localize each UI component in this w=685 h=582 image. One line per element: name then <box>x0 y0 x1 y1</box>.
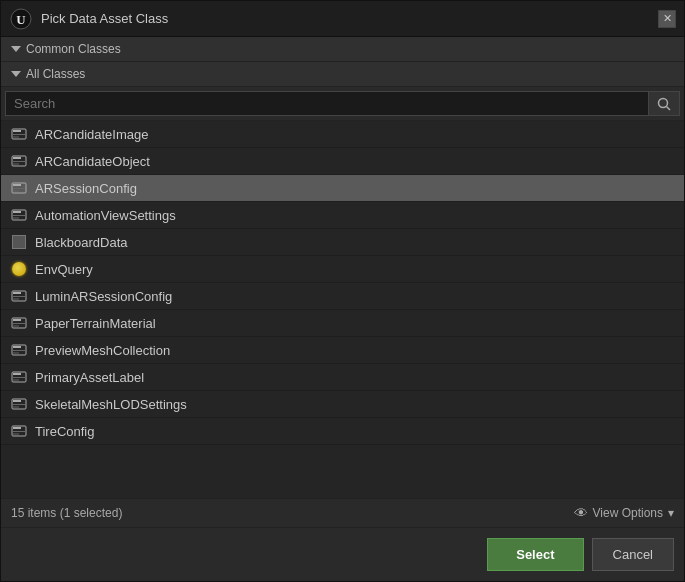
svg-line-3 <box>667 106 671 110</box>
titlebar-title: Pick Data Asset Class <box>41 11 168 26</box>
item-icon-automationviewsettings <box>11 207 27 223</box>
svg-rect-7 <box>13 137 19 138</box>
list-item[interactable]: TireConfig <box>1 418 684 445</box>
all-classes-triangle <box>11 71 21 77</box>
view-options-button[interactable]: 👁 View Options ▾ <box>574 505 674 521</box>
titlebar: U Pick Data Asset Class ✕ <box>1 1 684 37</box>
svg-rect-31 <box>13 353 19 354</box>
svg-rect-30 <box>13 350 25 351</box>
item-icon-arsessionconfig <box>11 180 27 196</box>
list-item[interactable]: ARCandidateObject <box>1 148 684 175</box>
svg-text:U: U <box>16 11 26 26</box>
list-item[interactable]: PrimaryAssetLabel <box>1 364 684 391</box>
svg-rect-5 <box>13 130 21 132</box>
svg-rect-33 <box>13 373 21 375</box>
all-classes-label: All Classes <box>26 67 85 81</box>
item-label-previewmeshcollection: PreviewMeshCollection <box>35 343 170 358</box>
svg-rect-27 <box>13 326 19 327</box>
svg-rect-14 <box>13 188 25 189</box>
list-item[interactable]: PreviewMeshCollection <box>1 337 684 364</box>
svg-rect-29 <box>13 346 21 348</box>
svg-rect-19 <box>13 218 19 219</box>
class-list: ARCandidateImage ARCandidateObject ARSes… <box>1 121 684 498</box>
item-label-primaryassetlabel: PrimaryAssetLabel <box>35 370 144 385</box>
svg-rect-13 <box>13 184 21 186</box>
close-button[interactable]: ✕ <box>658 10 676 28</box>
cancel-button[interactable]: Cancel <box>592 538 674 571</box>
search-button[interactable] <box>649 91 680 116</box>
common-classes-triangle <box>11 46 21 52</box>
svg-rect-37 <box>13 400 21 402</box>
list-item[interactable]: AutomationViewSettings <box>1 202 684 229</box>
item-icon-previewmeshcollection <box>11 342 27 358</box>
svg-rect-15 <box>13 191 19 192</box>
item-icon-luminarsessionconfig <box>11 288 27 304</box>
item-icon-tireconfig <box>11 423 27 439</box>
list-item[interactable]: LuminARSessionConfig <box>1 283 684 310</box>
item-icon-arcandidateimage <box>11 126 27 142</box>
status-bar: 15 items (1 selected) 👁 View Options ▾ <box>1 498 684 528</box>
svg-rect-17 <box>13 211 21 213</box>
item-icon-paperterrainmaterial <box>11 315 27 331</box>
search-container <box>1 87 684 121</box>
svg-rect-41 <box>13 427 21 429</box>
svg-rect-21 <box>13 292 21 294</box>
list-item[interactable]: SkeletalMeshLODSettings <box>1 391 684 418</box>
view-options-chevron: ▾ <box>668 506 674 520</box>
svg-rect-43 <box>13 434 19 435</box>
view-options-label: View Options <box>593 506 663 520</box>
select-button[interactable]: Select <box>487 538 583 571</box>
item-icon-skeletalmeshlodsettings <box>11 396 27 412</box>
svg-rect-10 <box>13 161 25 162</box>
list-item[interactable]: PaperTerrainMaterial <box>1 310 684 337</box>
item-label-arcandidateobject: ARCandidateObject <box>35 154 150 169</box>
item-icon-blackboarddata <box>11 234 27 250</box>
item-label-tireconfig: TireConfig <box>35 424 94 439</box>
list-item[interactable]: BlackboardData <box>1 229 684 256</box>
svg-rect-39 <box>13 407 19 408</box>
all-classes-header[interactable]: All Classes <box>1 62 684 87</box>
svg-rect-35 <box>13 380 19 381</box>
item-label-blackboarddata: BlackboardData <box>35 235 128 250</box>
svg-rect-25 <box>13 319 21 321</box>
svg-rect-26 <box>13 323 25 324</box>
list-item[interactable]: EnvQuery <box>1 256 684 283</box>
common-classes-label: Common Classes <box>26 42 121 56</box>
item-icon-primaryassetlabel <box>11 369 27 385</box>
item-label-envquery: EnvQuery <box>35 262 93 277</box>
ue-logo: U <box>9 7 33 31</box>
list-item[interactable]: ARCandidateImage <box>1 121 684 148</box>
status-text: 15 items (1 selected) <box>11 506 122 520</box>
svg-rect-34 <box>13 377 25 378</box>
item-label-arcandidateimage: ARCandidateImage <box>35 127 148 142</box>
item-label-luminarsessionconfig: LuminARSessionConfig <box>35 289 172 304</box>
svg-rect-6 <box>13 134 25 135</box>
titlebar-left: U Pick Data Asset Class <box>9 7 168 31</box>
item-icon-arcandidateobject <box>11 153 27 169</box>
svg-rect-9 <box>13 157 21 159</box>
svg-point-2 <box>659 98 668 107</box>
svg-rect-18 <box>13 215 25 216</box>
item-icon-envquery <box>11 261 27 277</box>
list-item[interactable]: ARSessionConfig <box>1 175 684 202</box>
svg-rect-38 <box>13 404 25 405</box>
eye-icon: 👁 <box>574 505 588 521</box>
svg-rect-11 <box>13 164 19 165</box>
button-bar: Select Cancel <box>1 528 684 581</box>
svg-rect-42 <box>13 431 25 432</box>
item-label-arsessionconfig: ARSessionConfig <box>35 181 137 196</box>
item-label-automationviewsettings: AutomationViewSettings <box>35 208 176 223</box>
common-classes-header[interactable]: Common Classes <box>1 37 684 62</box>
svg-rect-22 <box>13 296 25 297</box>
item-label-skeletalmeshlodsettings: SkeletalMeshLODSettings <box>35 397 187 412</box>
item-label-paperterrainmaterial: PaperTerrainMaterial <box>35 316 156 331</box>
dialog: U Pick Data Asset Class ✕ Common Classes… <box>0 0 685 582</box>
search-input[interactable] <box>5 91 649 116</box>
svg-rect-23 <box>13 299 19 300</box>
